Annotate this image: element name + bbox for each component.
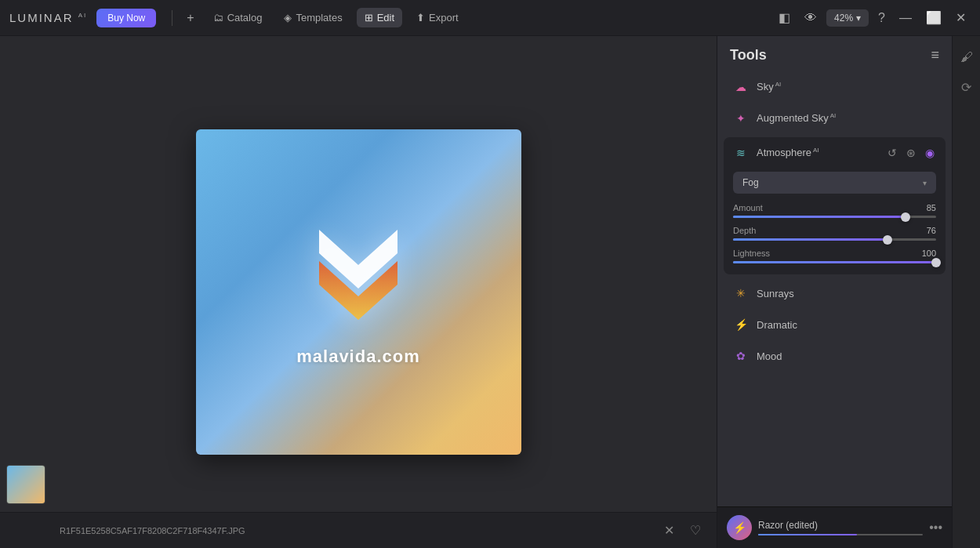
atmosphere-header[interactable]: ≋ AtmosphereAI ↺ ⊛ ◉ (724, 137, 946, 169)
edit-nav[interactable]: ⊞ Edit (357, 8, 402, 27)
atmosphere-bookmark-button[interactable]: ⊛ (905, 145, 917, 161)
fog-dropdown-value: Fog (742, 177, 759, 188)
edit-icon: ⊞ (365, 12, 373, 24)
atmosphere-controls: ↺ ⊛ ◉ (886, 145, 936, 161)
bottom-bar: R1F51E5258C5AF17F8208C2F718F4347F.JPG ✕ … (0, 512, 717, 548)
chevron-logo (303, 218, 413, 328)
tools-settings-button[interactable]: ≡ (931, 47, 939, 64)
history-icon: ⟳ (961, 81, 971, 94)
add-button[interactable]: + (182, 8, 198, 28)
atmosphere-title: AtmosphereAI (757, 147, 886, 158)
sunrays-tool-name: Sunrays (757, 288, 794, 299)
depth-value: 76 (927, 226, 936, 235)
preset-bar: ⚡ Razor (edited) ••• (717, 506, 952, 548)
atmosphere-reset-button[interactable]: ↺ (886, 145, 898, 161)
lightness-slider-row: Lightness 100 (724, 245, 946, 268)
canvas-area: malavida.com R1F51E5258C5AF17F8208C2F718… (0, 36, 717, 548)
lightness-slider-fill (733, 261, 936, 263)
minimize-button[interactable]: — (895, 8, 916, 28)
mood-tool-name: Mood (757, 350, 782, 362)
export-icon: ⬆ (416, 12, 425, 24)
main-area: malavida.com R1F51E5258C5AF17F8208C2F718… (0, 36, 980, 548)
lightness-value: 100 (922, 249, 936, 258)
catalog-icon: 🗂 (213, 12, 223, 24)
lightness-label: Lightness (733, 249, 770, 258)
preset-progress-track (758, 534, 923, 535)
image-canvas: malavida.com (196, 129, 521, 455)
preset-progress-fill (758, 534, 857, 535)
app-logo: LUMINAR AI (9, 11, 87, 24)
topbar-right: ◧ 👁 42% ▾ ? — ⬜ ✕ (774, 7, 971, 28)
preset-more-button[interactable]: ••• (929, 521, 942, 535)
dramatic-icon: ⚡ (733, 317, 749, 332)
topbar-separator (172, 10, 172, 26)
mood-icon: ✿ (733, 348, 749, 364)
watermark-text: malavida.com (296, 347, 420, 367)
amount-slider-row: Amount 85 (724, 200, 946, 223)
zoom-value: 42% (834, 13, 853, 24)
export-label: Export (429, 12, 459, 24)
dramatic-tool-row[interactable]: ⚡ Dramatic (720, 309, 949, 340)
amount-slider-track[interactable] (733, 216, 936, 218)
amount-slider-thumb[interactable] (901, 212, 910, 222)
sky-icon: ☁ (733, 79, 749, 95)
right-panel: Tools ≡ ☁ SkyAI ✦ Augmented SkyAI ≋ Atmo… (717, 36, 952, 548)
amount-value: 85 (927, 203, 936, 212)
templates-label: Templates (296, 12, 342, 24)
catalog-label: Catalog (227, 12, 263, 24)
preset-name: Razor (edited) (758, 520, 923, 531)
export-nav[interactable]: ⬆ Export (408, 8, 466, 27)
thumbnail (6, 465, 45, 504)
depth-slider-thumb[interactable] (883, 235, 892, 245)
templates-icon: ◈ (284, 12, 292, 24)
depth-slider-row: Depth 76 (724, 223, 946, 245)
lightness-slider-track[interactable] (733, 261, 936, 263)
thumbnail-image (7, 466, 45, 503)
close-button[interactable]: ✕ (951, 7, 971, 28)
atmosphere-eye-button[interactable]: ◉ (924, 145, 936, 161)
tools-header: Tools ≡ (717, 36, 952, 71)
atmosphere-ai-badge: AI (813, 147, 819, 154)
atmosphere-panel: ≋ AtmosphereAI ↺ ⊛ ◉ Fog ▾ Amount 8 (724, 137, 946, 274)
depth-slider-track[interactable] (733, 238, 936, 241)
preview-button[interactable]: 👁 (800, 8, 822, 28)
edit-label: Edit (377, 12, 394, 24)
preset-avatar-icon: ⚡ (733, 521, 746, 534)
catalog-nav[interactable]: 🗂 Catalog (205, 8, 270, 27)
favorite-button[interactable]: ♡ (687, 520, 704, 541)
app-logo-ai: AI (78, 12, 88, 19)
sunrays-tool-row[interactable]: ✳ Sunrays (720, 278, 949, 309)
atmosphere-icon: ≋ (733, 145, 749, 161)
zoom-chevron: ▾ (856, 13, 861, 24)
templates-nav[interactable]: ◈ Templates (276, 8, 350, 27)
zoom-button[interactable]: 42% ▾ (826, 9, 869, 27)
filename-text: R1F51E5258C5AF17F8208C2F718F4347F.JPG (60, 526, 652, 535)
tools-title: Tools (730, 47, 767, 64)
compare-button[interactable]: ◧ (774, 7, 795, 28)
preset-info: Razor (edited) (758, 520, 923, 535)
augmented-sky-tool-name: Augmented SkyAI (757, 112, 836, 124)
lightness-slider-thumb[interactable] (931, 258, 941, 267)
depth-slider-fill (733, 238, 887, 241)
amount-slider-fill (733, 216, 906, 218)
help-icon: ? (878, 11, 885, 25)
image-container: malavida.com (196, 129, 521, 455)
sky-ai-badge: AI (775, 81, 782, 88)
dramatic-tool-name: Dramatic (757, 319, 797, 331)
mood-tool-row[interactable]: ✿ Mood (720, 340, 949, 372)
sunrays-icon: ✳ (733, 285, 749, 301)
brush-button[interactable]: 🖌 (956, 45, 978, 69)
buy-now-button[interactable]: Buy Now (96, 9, 156, 27)
augmented-sky-tool-row[interactable]: ✦ Augmented SkyAI (720, 103, 949, 134)
sky-tool-name: SkyAI (757, 81, 781, 93)
history-button[interactable]: ⟳ (956, 75, 976, 100)
close-image-button[interactable]: ✕ (661, 520, 677, 541)
augmented-sky-ai-badge: AI (830, 112, 837, 119)
fog-dropdown[interactable]: Fog ▾ (733, 172, 936, 194)
sky-tool-row[interactable]: ☁ SkyAI (720, 71, 949, 103)
preset-avatar: ⚡ (727, 515, 752, 540)
add-icon: + (187, 11, 194, 25)
maximize-button[interactable]: ⬜ (921, 7, 946, 28)
help-button[interactable]: ? (873, 8, 890, 28)
augmented-sky-icon: ✦ (733, 111, 749, 126)
